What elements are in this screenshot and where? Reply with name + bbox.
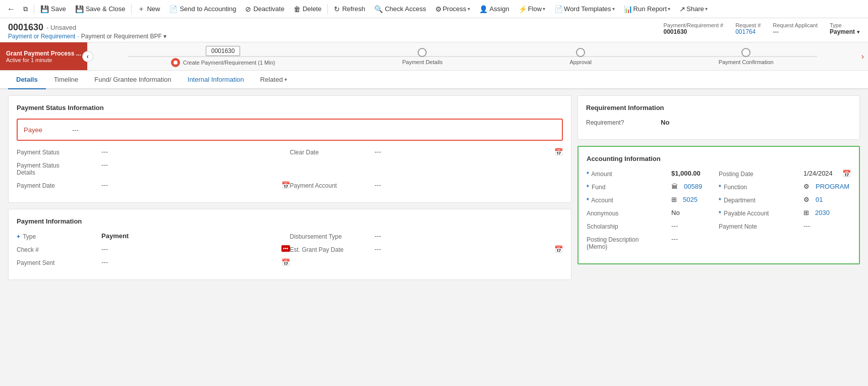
payment-note-value[interactable]: --- [803, 222, 851, 230]
tab-timeline[interactable]: Timeline [46, 71, 87, 89]
process-button[interactable]: ⚙ Process ▾ [431, 3, 474, 15]
share-button[interactable]: ↗ Share ▾ [675, 3, 712, 15]
type-value[interactable]: Payment [101, 232, 290, 240]
record-unsaved: - Unsaved [46, 24, 76, 31]
tab-related[interactable]: Related ▾ [252, 71, 295, 89]
meta-type: Type Payment ▾ [830, 22, 860, 35]
check-access-button[interactable]: 🔍 Check Access [370, 3, 430, 15]
scholarship-value[interactable]: --- [671, 222, 719, 230]
breadcrumb-item1[interactable]: Payment or Requirement [8, 33, 75, 40]
delete-button[interactable]: 🗑 Delete [290, 3, 326, 15]
payment-date-field: Payment Date --- 📅 [17, 181, 290, 189]
posting-date-value[interactable]: 1/24/2024 [803, 170, 836, 177]
department-value[interactable]: 01 [816, 196, 823, 203]
payable-account-value[interactable]: 2030 [815, 209, 830, 216]
accounting-info-card: Accounting Information * Amount $1,000.0… [577, 146, 860, 264]
run-report-label: Run Report [633, 5, 667, 13]
popout-button[interactable]: ⧉ [19, 3, 32, 15]
word-templates-button[interactable]: 📄 Word Templates ▾ [550, 3, 618, 15]
new-button[interactable]: ＋ New [134, 3, 164, 16]
check-num-field: Check # --- ••• [17, 245, 290, 253]
save-close-label: Save & Close [86, 5, 126, 13]
type-dropdown-icon[interactable]: ▾ [857, 29, 860, 35]
refresh-icon: ↻ [334, 5, 340, 13]
account-value[interactable]: 5025 [683, 196, 698, 203]
back-button[interactable]: ← [4, 3, 18, 16]
save-close-button[interactable]: 💾 Save & Close [71, 3, 130, 15]
est-grant-pay-calendar-icon[interactable]: 📅 [554, 245, 563, 253]
meta-payment-req-num: Payment/Requirement # 0001630 [664, 22, 724, 35]
function-field: * Function ⚙ PROGRAM [719, 183, 851, 191]
bpf-nav-right-button[interactable]: › [857, 52, 868, 61]
type-field: + Type Payment [17, 232, 290, 240]
tab-internal-information[interactable]: Internal Information [180, 71, 252, 89]
breadcrumb-sep: · [77, 33, 79, 40]
payment-account-value[interactable]: --- [375, 181, 563, 189]
breadcrumb-dropdown-icon[interactable]: ▾ [163, 33, 166, 40]
account-label: * Account [587, 196, 667, 204]
check-num-edit-icon[interactable]: ••• [281, 245, 290, 252]
payment-date-calendar-icon[interactable]: 📅 [281, 181, 290, 189]
bpf-step-2[interactable]: Payment Details [402, 48, 442, 65]
deactivate-icon: ⊘ [245, 5, 251, 13]
tab-fund-grantee-info[interactable]: Fund/ Grantee Information [86, 71, 179, 89]
assign-button[interactable]: 👤 Assign [475, 3, 513, 15]
fund-label: * Fund [587, 183, 667, 191]
payment-sent-value[interactable]: --- [101, 258, 275, 266]
requirement-row: Requirement? No [586, 119, 851, 126]
est-grant-pay-value[interactable]: --- [375, 245, 549, 253]
payment-sent-field: Payment Sent --- 📅 [17, 258, 290, 266]
toolbar: ← ⧉ 💾 Save 💾 Save & Close ＋ New 📄 Send t… [0, 0, 868, 18]
requirement-info-card: Requirement Information Requirement? No [577, 95, 860, 140]
payee-box[interactable]: Payee --- [17, 119, 563, 141]
run-report-button[interactable]: 📊 Run Report ▾ [620, 3, 674, 15]
posting-date-field: Posting Date 1/24/2024 📅 [719, 170, 851, 178]
amount-value[interactable]: $1,000.00 [671, 170, 719, 177]
bpf-nav-left-button[interactable]: ‹ [82, 51, 93, 62]
check-num-label: Check # [17, 245, 97, 253]
disbursement-type-value[interactable]: --- [375, 232, 563, 240]
fund-value[interactable]: 00589 [684, 183, 702, 190]
function-value[interactable]: PROGRAM [816, 183, 849, 190]
word-templates-chevron: ▾ [612, 6, 615, 12]
disbursement-type-field: Disbursement Type --- [290, 232, 563, 240]
bpf-step-circle-3 [576, 48, 585, 57]
deactivate-label: Deactivate [253, 5, 284, 13]
anonymous-label: Anonymous [587, 209, 667, 217]
scholarship-label: Scholarship [587, 222, 667, 230]
check-num-value[interactable]: --- [101, 245, 275, 253]
posting-description-value[interactable]: --- [671, 235, 851, 243]
payment-date-value[interactable]: --- [101, 181, 275, 189]
payment-date-label: Payment Date [17, 181, 97, 189]
bpf-step-box-1[interactable]: 0001630 [206, 46, 241, 56]
payment-status-value[interactable]: --- [101, 148, 290, 155]
tab-details[interactable]: Details [8, 71, 46, 89]
anonymous-value[interactable]: No [671, 209, 719, 216]
tabs-bar: Details Timeline Fund/ Grantee Informati… [0, 71, 868, 89]
new-label: New [147, 5, 160, 13]
meta-request-num: Request # 001764 [735, 22, 761, 35]
requirement-value[interactable]: No [661, 119, 669, 126]
sep1 [34, 4, 34, 14]
amount-field: * Amount $1,000.00 [587, 170, 719, 178]
send-to-accounting-button[interactable]: 📄 Send to Accounting [165, 3, 240, 15]
share-chevron: ▾ [705, 6, 708, 12]
clear-date-calendar-icon[interactable]: 📅 [554, 148, 563, 156]
refresh-button[interactable]: ↻ Refresh [330, 3, 369, 15]
share-icon: ↗ [679, 5, 685, 13]
payment-status-details-value[interactable]: --- [101, 161, 290, 169]
flow-button[interactable]: ⚡ Flow ▾ [514, 3, 549, 15]
bpf-step-4[interactable]: Payment Confirmation [719, 48, 774, 65]
send-to-accounting-icon: 📄 [169, 5, 178, 13]
payment-sent-calendar-icon[interactable]: 📅 [281, 258, 290, 266]
bpf-step-3[interactable]: Approval [569, 48, 591, 65]
save-button[interactable]: 💾 Save [36, 3, 70, 15]
word-templates-icon: 📄 [554, 5, 563, 13]
breadcrumb-item2[interactable]: Payment or Requirement BPF ▾ [81, 33, 166, 40]
deactivate-button[interactable]: ⊘ Deactivate [241, 3, 288, 15]
payment-account-field: Payment Account --- [290, 181, 563, 189]
posting-date-calendar-icon[interactable]: 📅 [842, 170, 851, 178]
clear-date-value[interactable]: --- [375, 148, 549, 155]
back-icon: ← [7, 5, 15, 14]
payment-status-label: Payment Status [17, 148, 97, 156]
